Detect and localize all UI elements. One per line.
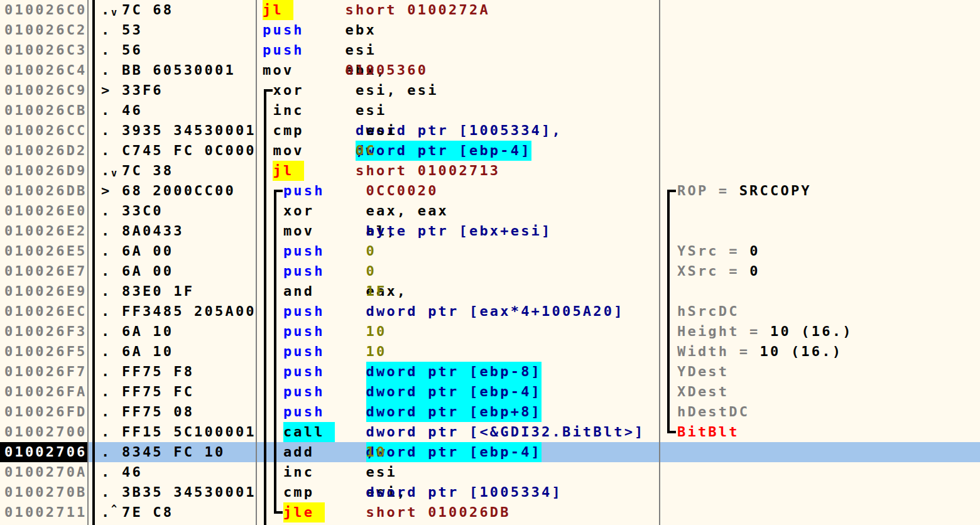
- trace-dot-marker: .: [101, 100, 111, 121]
- address-label: 010026E5: [4, 241, 87, 261]
- disassembly-row[interactable]: 0100270A.46incesi: [0, 462, 980, 482]
- disassembly-row[interactable]: 010026F5.6A 10push10Width = 10 (16.): [0, 342, 980, 362]
- mnemonic: push: [283, 382, 325, 402]
- opcode-bytes: 7E C8: [122, 502, 256, 522]
- address-label: 010026CC: [4, 121, 87, 141]
- disassembly-row[interactable]: 010026F3.6A 10push10Height = 10 (16.): [0, 322, 980, 342]
- disassembly-row[interactable]: 010026E0.33C0xoreax, eax: [0, 201, 980, 221]
- disassembly-row[interactable]: 01002711.^7E C8jle short 010026DB: [0, 502, 980, 522]
- trace-dot-marker: .: [101, 322, 111, 342]
- address-label: 010026D2: [4, 141, 87, 161]
- comment: Height = 10 (16.): [677, 322, 853, 342]
- disassembly-row[interactable]: 010026E7.6A 00push0XSrc = 0: [0, 261, 980, 281]
- address-label: 010026F7: [4, 362, 87, 382]
- operand-addr: short 01002713: [356, 161, 500, 181]
- operand-imm: 10: [366, 322, 387, 342]
- mnemonic: push: [283, 402, 325, 422]
- trace-dot-marker: .: [101, 261, 111, 281]
- mnemonic: inc: [283, 462, 314, 482]
- loop-bracket-bottom-corner: [667, 431, 676, 433]
- loop-bracket-bottom-corner: [274, 511, 283, 514]
- mnemonic: mov: [273, 141, 303, 161]
- mnemonic: jle: [283, 502, 325, 522]
- address-label: 010026C0: [4, 0, 87, 20]
- disassembly-row[interactable]: 010026C0.v7C 68jl short 0100272A: [0, 0, 980, 20]
- disassembly-row[interactable]: 01002706.8345 FC 10adddword ptr [ebp-4],…: [0, 442, 980, 462]
- comment: hDestDC: [677, 402, 749, 422]
- mnemonic: push: [283, 322, 325, 342]
- trace-dot-marker: .: [101, 382, 111, 402]
- comment-text: YSrc =: [677, 243, 749, 259]
- mnemonic: cmp: [273, 121, 303, 141]
- comment: XDest: [677, 382, 729, 402]
- trace-dot-marker: .: [101, 281, 111, 301]
- opcode-bytes: 7C 68: [122, 0, 256, 20]
- opcode-bytes: 6A 00: [122, 261, 256, 281]
- disassembly-row[interactable]: 01002700.FF15 5C100001call dword ptr [<&…: [0, 422, 980, 442]
- mnemonic: mov: [263, 60, 293, 80]
- disassembly-row[interactable]: 010026FD.FF75 08pushdword ptr [ebp+8]hDe…: [0, 402, 980, 422]
- comment-text: SRCCOPY: [739, 183, 812, 198]
- disassembly-row[interactable]: 010026EC.FF3485 205A0001pushdword ptr [e…: [0, 301, 980, 322]
- comment: Width = 10 (16.): [677, 342, 842, 362]
- opcode-bytes: 6A 00: [122, 241, 256, 261]
- operand-memhl: dword ptr [ebp+8]: [366, 402, 542, 422]
- opcode-bytes: 3935 34530001: [122, 121, 256, 141]
- mnemonic: push: [283, 301, 325, 322]
- disassembly-row[interactable]: 010026CC.3935 34530001cmpdword ptr [1005…: [0, 121, 980, 141]
- instruction: andeax, 1F: [263, 281, 954, 301]
- address-column-separator: [87, 0, 89, 525]
- disassembly-row[interactable]: 010026E5.6A 00push0YSrc = 0: [0, 241, 980, 261]
- address-label: 010026CB: [4, 100, 87, 121]
- trace-dot-marker: .: [101, 482, 111, 502]
- disassembly-row[interactable]: 010026C2.53pushebx: [0, 20, 980, 40]
- comment-column-separator: [659, 0, 660, 525]
- comment: hSrcDC: [677, 301, 739, 322]
- instruction: push0: [263, 261, 954, 281]
- disassembly-row[interactable]: 010026DB>68 2000CC00push0CC0020ROP = SRC…: [0, 181, 980, 201]
- trace-dot-marker: .: [101, 502, 111, 522]
- instruction: push10: [263, 342, 954, 362]
- instruction: pushdword ptr [eax*4+1005A20]: [263, 301, 954, 322]
- disassembly-row[interactable]: 010026D9.v7C 38jl short 01002713: [0, 161, 980, 181]
- opcode-bytes: C745 FC 0C000000: [122, 141, 256, 161]
- disassembly-row[interactable]: 010026F7.FF75 F8pushdword ptr [ebp-8]YDe…: [0, 362, 980, 382]
- operand-reg: eax, eax: [366, 201, 449, 221]
- instruction: cmpesi, dword ptr [1005334]: [263, 482, 954, 502]
- address-label: 010026F5: [4, 342, 87, 362]
- operand-mem: dword ptr [1005334]: [366, 482, 562, 502]
- disassembly-row[interactable]: 010026D2.C745 FC 0C000000movdword ptr [e…: [0, 141, 980, 161]
- opcode-bytes: 53: [122, 20, 256, 40]
- disassembly-row[interactable]: 010026E9.83E0 1Fandeax, 1F: [0, 281, 980, 301]
- mnemonic: push: [263, 20, 304, 40]
- disassembly-row[interactable]: 010026C4.BB 60530001movebx, 01005360: [0, 60, 980, 80]
- address-label: 0100270A: [4, 462, 87, 482]
- comment-text: XDest: [677, 384, 729, 399]
- disassembly-row[interactable]: 0100270B.3B35 34530001cmpesi, dword ptr …: [0, 482, 980, 502]
- disassembly-row[interactable]: 010026CB.46incesi: [0, 100, 980, 121]
- disassembly-row[interactable]: 010026C9>33F6xoresi, esi: [0, 80, 980, 100]
- mnemonic: push: [283, 261, 325, 281]
- disassembly-row[interactable]: 010026FA.FF75 FCpushdword ptr [ebp-4]XDe…: [0, 382, 980, 402]
- operand-reg: esi: [356, 121, 397, 141]
- instruction: incesi: [263, 100, 954, 121]
- comment: YSrc = 0: [677, 241, 760, 261]
- operand-memhl: dword ptr [ebp-8]: [366, 362, 542, 382]
- instruction: cmpdword ptr [1005334], esi: [263, 121, 954, 141]
- disassembly-row[interactable]: 010026E2.8A0433moval, byte ptr [ebx+esi]: [0, 221, 980, 241]
- opcode-bytes: FF75 FC: [122, 382, 256, 402]
- jump-down-icon: v: [111, 8, 117, 18]
- address-label: 010026C3: [4, 40, 87, 60]
- comment-text: 10 (16.): [770, 323, 853, 339]
- instruction: push0CC0020: [263, 181, 954, 201]
- address-label: 010026E7: [4, 261, 87, 281]
- disasm-loop-bracket: [274, 190, 276, 514]
- address-label: 010026FD: [4, 402, 87, 422]
- operand-imm: 0C: [356, 141, 376, 161]
- loop-bracket-top-corner: [274, 190, 283, 192]
- jump-up-icon: ^: [111, 504, 117, 514]
- address-label: 010026C9: [4, 80, 87, 100]
- mnemonic: xor: [273, 80, 303, 100]
- disassembly-row[interactable]: 010026C3.56pushesi: [0, 40, 980, 60]
- operand-reg: ebx: [346, 20, 376, 40]
